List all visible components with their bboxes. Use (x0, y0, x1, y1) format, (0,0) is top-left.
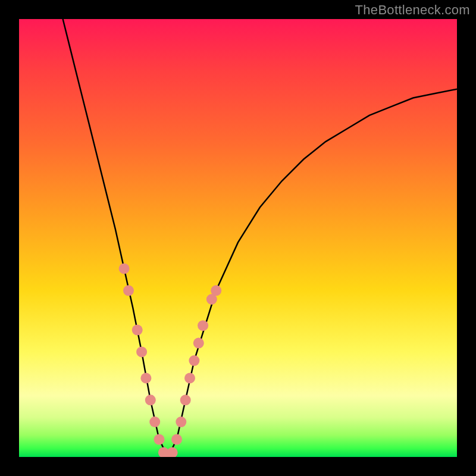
highlight-marker (149, 416, 160, 427)
highlight-marker (189, 355, 199, 366)
highlight-marker (145, 394, 156, 405)
curve-line (63, 19, 457, 457)
highlight-marker (193, 338, 204, 349)
highlight-marker (119, 264, 130, 274)
highlight-marker (180, 394, 191, 405)
highlight-marker (154, 434, 165, 445)
highlight-marker (136, 346, 147, 357)
highlight-marker (184, 373, 195, 384)
chart-frame: TheBottleneck.com (0, 0, 476, 476)
highlight-marker (167, 447, 178, 457)
curve-path-group (63, 19, 457, 457)
highlight-marker (176, 416, 186, 427)
highlight-marker (140, 373, 151, 384)
watermark-text: TheBottleneck.com (355, 2, 470, 18)
marker-group (119, 264, 222, 458)
highlight-marker (198, 320, 208, 331)
bottleneck-curve (19, 19, 457, 457)
highlight-marker (132, 325, 143, 336)
plot-area (19, 19, 457, 457)
highlight-marker (123, 285, 134, 296)
highlight-marker (171, 434, 182, 445)
highlight-marker (211, 285, 221, 296)
